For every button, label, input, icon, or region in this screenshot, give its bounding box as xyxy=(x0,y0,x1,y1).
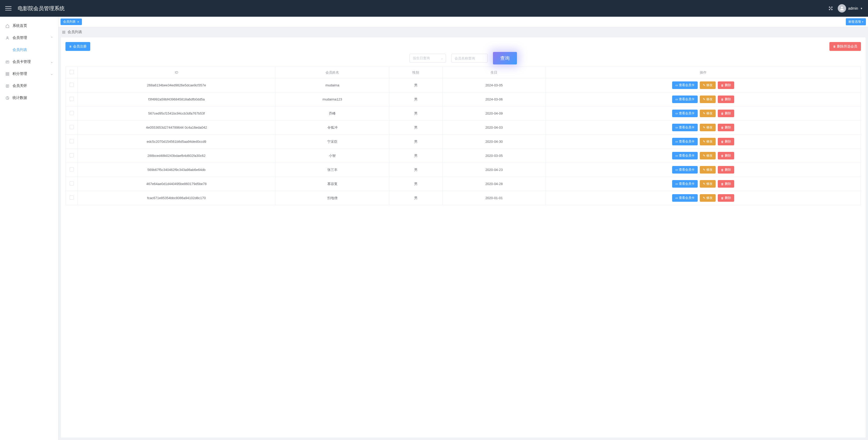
name-filter-input[interactable] xyxy=(451,54,488,63)
sidebar-item-points-management[interactable]: 积分管理 ⌄ xyxy=(0,68,58,80)
breadcrumb: 会员列表 xyxy=(58,27,868,37)
cell-id: edc5c2070d154561b8d5aa94ded0ccd9 xyxy=(78,135,275,149)
view-card-button[interactable]: ▭查看会员卡 xyxy=(672,81,698,89)
row-checkbox[interactable] xyxy=(70,97,74,101)
avatar-icon xyxy=(838,4,846,12)
birthday-filter-select[interactable]: 按生日查询 ⌄ xyxy=(409,54,446,63)
edit-icon: ✎ xyxy=(703,140,705,143)
cell-gender: 男 xyxy=(390,92,443,107)
row-checkbox[interactable] xyxy=(70,167,74,172)
button-label: 删除 xyxy=(725,139,731,144)
document-icon: 🗎 xyxy=(69,45,72,48)
edit-button[interactable]: ✎修改 xyxy=(700,180,716,188)
cell-birthday: 2020-04-23 xyxy=(442,163,546,177)
chevron-down-icon: ⌄ xyxy=(51,60,53,64)
edit-button[interactable]: ✎修改 xyxy=(700,152,716,159)
view-card-button[interactable]: ▭查看会员卡 xyxy=(672,180,698,188)
cell-id: f3f4992a59bf4396845818a6dfb0dd5a xyxy=(78,92,275,107)
grid-icon xyxy=(62,31,65,34)
row-checkbox[interactable] xyxy=(70,125,74,129)
view-card-button[interactable]: ▭查看会员卡 xyxy=(672,110,698,117)
tab-member-list[interactable]: 会员列表 × xyxy=(61,19,82,25)
column-header-name: 会员姓名 xyxy=(275,67,390,78)
edit-button[interactable]: ✎修改 xyxy=(700,166,716,174)
delete-button[interactable]: 🗑删除 xyxy=(718,166,734,174)
cell-birthday: 2020-03-05 xyxy=(442,149,546,163)
cell-gender: 男 xyxy=(390,121,443,135)
column-header-id: ID xyxy=(78,67,275,78)
sidebar-item-card-management[interactable]: 会员卡管理 ⌄ xyxy=(0,56,58,68)
close-icon[interactable]: × xyxy=(77,20,79,24)
edit-button[interactable]: ✎修改 xyxy=(700,95,716,103)
view-card-button[interactable]: ▭查看会员卡 xyxy=(672,124,698,131)
sidebar-item-statistics[interactable]: 统计数据 xyxy=(0,92,58,104)
tab-options-button[interactable]: 标签选项 ▾ xyxy=(846,18,866,25)
sidebar-item-home[interactable]: 系统首页 xyxy=(0,20,58,32)
delete-selected-button[interactable]: 🗑 删除所选会员 xyxy=(829,42,861,51)
row-checkbox[interactable] xyxy=(70,139,74,143)
cell-birthday: 2024-03-06 xyxy=(442,92,546,107)
button-label: 修改 xyxy=(706,111,713,116)
sidebar-subitem-member-list[interactable]: 会员列表 xyxy=(0,44,58,56)
view-card-button[interactable]: ▭查看会员卡 xyxy=(672,194,698,202)
edit-button[interactable]: ✎修改 xyxy=(700,124,716,131)
edit-button[interactable]: ✎修改 xyxy=(700,138,716,145)
select-all-checkbox[interactable] xyxy=(70,70,74,74)
row-checkbox[interactable] xyxy=(70,181,74,185)
cell-name: 令狐冲 xyxy=(275,121,390,135)
view-card-button[interactable]: ▭查看会员卡 xyxy=(672,152,698,159)
delete-button[interactable]: 🗑删除 xyxy=(718,138,734,145)
user-menu-dropdown[interactable]: admin ▼ xyxy=(838,4,863,12)
edit-button[interactable]: ✎修改 xyxy=(700,194,716,202)
button-label: 查看会员卡 xyxy=(679,97,694,101)
sidebar-toggle-button[interactable] xyxy=(5,5,11,11)
cell-gender: 男 xyxy=(390,78,443,92)
cell-birthday: 2024-03-05 xyxy=(442,78,546,92)
column-header-action: 操作 xyxy=(546,67,861,78)
row-checkbox[interactable] xyxy=(70,196,74,200)
card-icon: ▭ xyxy=(675,196,678,200)
card-icon: ▭ xyxy=(675,97,678,101)
view-card-button[interactable]: ▭查看会员卡 xyxy=(672,166,698,174)
svg-rect-3 xyxy=(6,72,7,74)
card-icon: ▭ xyxy=(675,140,678,143)
view-card-button[interactable]: ▭查看会员卡 xyxy=(672,138,698,145)
button-label: 修改 xyxy=(706,139,713,144)
chart-icon xyxy=(5,96,9,100)
delete-button[interactable]: 🗑删除 xyxy=(718,124,734,131)
edit-icon: ✎ xyxy=(703,154,705,157)
edit-button[interactable]: ✎修改 xyxy=(700,81,716,89)
svg-rect-9 xyxy=(63,31,64,32)
delete-button[interactable]: 🗑删除 xyxy=(718,95,734,103)
delete-button[interactable]: 🗑删除 xyxy=(718,81,734,89)
row-checkbox[interactable] xyxy=(70,83,74,87)
delete-button[interactable]: 🗑删除 xyxy=(718,152,734,159)
row-checkbox[interactable] xyxy=(70,153,74,157)
button-label: 修改 xyxy=(706,83,713,87)
card-icon: ▭ xyxy=(675,84,678,87)
cell-name: 宁采臣 xyxy=(275,135,390,149)
sidebar-item-label: 会员管理 xyxy=(12,35,27,40)
edit-button[interactable]: ✎修改 xyxy=(700,110,716,117)
sidebar-item-member-care[interactable]: 会员关怀 xyxy=(0,80,58,92)
svg-rect-5 xyxy=(6,74,7,75)
table-row: 467e64ae0d1d440495be860179d5be78慕容复男2020… xyxy=(66,177,861,191)
cell-name: 乔峰 xyxy=(275,107,390,121)
cell-gender: 男 xyxy=(390,177,443,191)
row-checkbox[interactable] xyxy=(70,111,74,115)
table-row: edc5c2070d154561b8d5aa94ded0ccd9宁采臣男2020… xyxy=(66,135,861,149)
view-card-button[interactable]: ▭查看会员卡 xyxy=(672,95,698,103)
sidebar-item-member-management[interactable]: 会员管理 ⌃ xyxy=(0,32,58,44)
button-label: 删除 xyxy=(725,83,731,87)
button-label: 删除所选会员 xyxy=(837,44,857,49)
delete-button[interactable]: 🗑删除 xyxy=(718,194,734,202)
button-label: 修改 xyxy=(706,196,713,200)
button-label: 修改 xyxy=(706,182,713,186)
register-member-button[interactable]: 🗎 会员注册 xyxy=(65,42,90,51)
fullscreen-icon[interactable] xyxy=(828,6,833,11)
svg-point-1 xyxy=(7,36,8,38)
delete-button[interactable]: 🗑删除 xyxy=(718,180,734,188)
delete-button[interactable]: 🗑删除 xyxy=(718,110,734,117)
search-button[interactable]: 查询 xyxy=(493,52,517,64)
trash-icon: 🗑 xyxy=(721,84,724,87)
